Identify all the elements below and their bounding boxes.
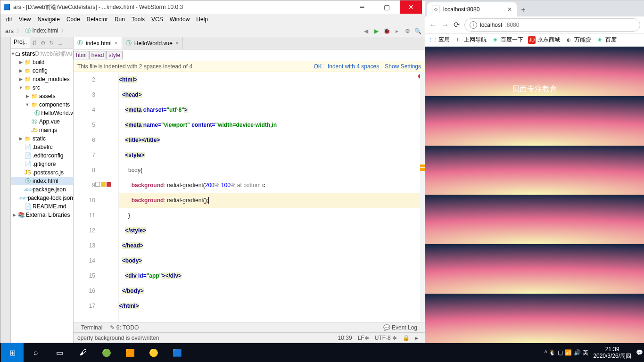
code-line[interactable]: <meta name="viewport" content="width=dev… <box>119 117 420 132</box>
maximize-button[interactable]: ▢ <box>376 0 397 14</box>
menu-item[interactable]: VCS <box>149 15 166 24</box>
tray-volume-icon[interactable]: 🔊 <box>574 349 581 356</box>
menu-item[interactable]: Tools <box>129 15 148 24</box>
more-run-button[interactable]: ▸ <box>392 26 402 36</box>
code-line[interactable]: <title></title> <box>119 132 420 148</box>
back-button[interactable]: ← <box>429 21 437 29</box>
code-line[interactable]: <div id="app"></div> <box>119 268 420 283</box>
code-line[interactable]: <body> <box>119 253 420 268</box>
taskbar-app[interactable]: 🟢 <box>95 343 118 362</box>
tree-file[interactable]: ⓗindex.html <box>11 177 73 185</box>
line-number[interactable]: 7 <box>74 148 95 163</box>
mute-icon[interactable]: ◀ <box>361 26 371 36</box>
bookmark-item[interactable]: ◐万能贷 <box>565 36 591 44</box>
code-line[interactable]: <html> <box>119 72 420 87</box>
tree-file[interactable]: 📄.editorconfig <box>11 151 73 160</box>
browser-tab[interactable]: ◇ localhost:8080 ✕ <box>427 2 517 16</box>
close-button[interactable]: ✕ <box>400 0 422 14</box>
project-tab[interactable]: Proj.. <box>11 37 30 48</box>
menu-item[interactable]: View <box>16 15 34 24</box>
start-button[interactable]: ⊞ <box>1 343 24 362</box>
line-number[interactable]: 16 <box>74 283 95 298</box>
tree-file[interactable]: JSONpackage.json <box>11 185 73 194</box>
system-tray[interactable]: ^ 🐧 ▢ 📶 🔊 英 21:39 2020/3/26/周四 💬 <box>545 346 643 359</box>
search-icon[interactable]: 🔍 <box>413 26 423 36</box>
tab-close-icon[interactable]: × <box>115 40 118 47</box>
code-line[interactable]: <style> <box>119 148 420 163</box>
code-line[interactable]: </body> <box>119 283 420 298</box>
menu-item[interactable]: Window <box>167 15 193 24</box>
run-button[interactable]: ▶ <box>371 26 381 36</box>
error-stripe[interactable] <box>420 72 425 322</box>
tree-file[interactable]: ⓗApp.vue <box>11 117 73 126</box>
tree-folder[interactable]: ▼components <box>11 100 73 109</box>
menu-item[interactable]: Help <box>193 15 211 24</box>
task-view-button[interactable]: ▭ <box>48 343 71 362</box>
tree-folder[interactable]: ▶node_modules <box>11 75 73 83</box>
tree-folder[interactable]: ▼src <box>11 83 73 92</box>
menu-item[interactable]: Navigate <box>35 15 63 24</box>
bookmark-item[interactable]: h上网导航 <box>454 36 487 44</box>
code-line[interactable]: <meta charset="utf-8"> <box>119 102 420 117</box>
bookmark-item[interactable]: JD京东商城 <box>528 36 560 44</box>
lock-icon[interactable]: 🔒 <box>400 335 413 341</box>
line-number[interactable]: 14 <box>74 253 95 268</box>
gear-icon[interactable]: ⚙ <box>39 37 47 48</box>
tree-folder[interactable]: ▶config <box>11 66 73 75</box>
fold-column[interactable] <box>100 72 119 322</box>
tray-ime[interactable]: 英 <box>583 349 588 357</box>
line-number[interactable]: 6 <box>74 132 95 148</box>
tree-file[interactable]: JSmain.js <box>11 126 73 134</box>
code-line[interactable]: body{ <box>119 163 420 178</box>
tab-close-button[interactable]: ✕ <box>507 6 512 13</box>
code-line[interactable]: </head> <box>119 238 420 253</box>
line-number[interactable]: 17 <box>74 298 95 313</box>
cycle-icon[interactable]: ↻ <box>47 37 56 48</box>
tree-folder[interactable]: ▶build <box>11 58 73 66</box>
structure-crumb[interactable]: head <box>89 51 107 59</box>
taskbar-clock[interactable]: 21:39 2020/3/26/周四 <box>590 346 634 359</box>
tree-file[interactable]: JSONpackage-lock.json <box>11 194 73 202</box>
minimize-button[interactable]: ━ <box>351 0 373 14</box>
external-libraries[interactable]: ▶📚External Libraries <box>11 211 73 219</box>
notification-center-icon[interactable]: 💬 <box>636 349 643 356</box>
caret-pos[interactable]: 10:39 <box>335 335 355 341</box>
tree-file[interactable]: 📄README.md <box>11 202 73 211</box>
tree-file[interactable]: 📄.babelrc <box>11 143 73 151</box>
tree-root[interactable]: ▼🗀stars D:\web前端\Vue <box>11 49 73 58</box>
event-log-tab[interactable]: 💬 Event Log <box>380 324 421 331</box>
editor-tab[interactable]: ⓗindex.html× <box>74 37 122 49</box>
breadcrumb-file[interactable]: ⓗ index.html <box>22 26 61 36</box>
line-number[interactable]: 15 <box>74 268 95 283</box>
tree-folder[interactable]: ▶assets <box>11 92 73 100</box>
line-number[interactable]: 11 <box>74 208 95 223</box>
tray-penguin-icon[interactable]: 🐧 <box>549 349 556 356</box>
structure-crumb[interactable]: html <box>74 51 89 59</box>
code-line[interactable]: background: radial-gradient(); <box>119 193 420 208</box>
taskbar-app[interactable]: 🖌 <box>72 343 94 362</box>
new-tab-button[interactable]: + <box>517 3 530 16</box>
line-number[interactable]: 8 <box>74 163 95 178</box>
line-ending[interactable]: LF≑ <box>355 335 372 341</box>
line-number[interactable]: 9 <box>74 178 95 193</box>
code-line[interactable]: </html> <box>119 298 420 313</box>
taskbar-app[interactable]: 🟧 <box>119 343 141 362</box>
more-icon[interactable]: ▸ <box>413 335 421 341</box>
code-line[interactable]: } <box>119 208 420 223</box>
menu-item[interactable]: Code <box>64 15 83 24</box>
debug-button[interactable]: 🐞 <box>381 26 392 36</box>
notify-show-settings[interactable]: Show Settings <box>385 63 421 70</box>
todo-tab[interactable]: ✎ 6: TODO <box>106 324 142 331</box>
tray-overflow-icon[interactable]: ^ <box>545 349 547 356</box>
browser-viewport[interactable]: 贝西专注教育 <box>425 47 644 343</box>
terminal-tab[interactable]: Terminal <box>77 324 106 331</box>
search-button[interactable]: ⌕ <box>25 343 47 362</box>
tool-window-strip[interactable] <box>0 37 11 343</box>
reload-button[interactable]: ⟳ <box>454 20 460 29</box>
hide-icon[interactable]: ⟂ <box>56 37 64 48</box>
encoding[interactable]: UTF-8 ≑ <box>372 335 400 341</box>
notify-indent[interactable]: Indent with 4 spaces <box>328 63 379 70</box>
tree-folder[interactable]: ▶static <box>11 134 73 143</box>
tree-file[interactable]: ⓗHelloWorld.v <box>11 109 73 117</box>
settings-icon[interactable]: ⚙ <box>402 26 413 36</box>
